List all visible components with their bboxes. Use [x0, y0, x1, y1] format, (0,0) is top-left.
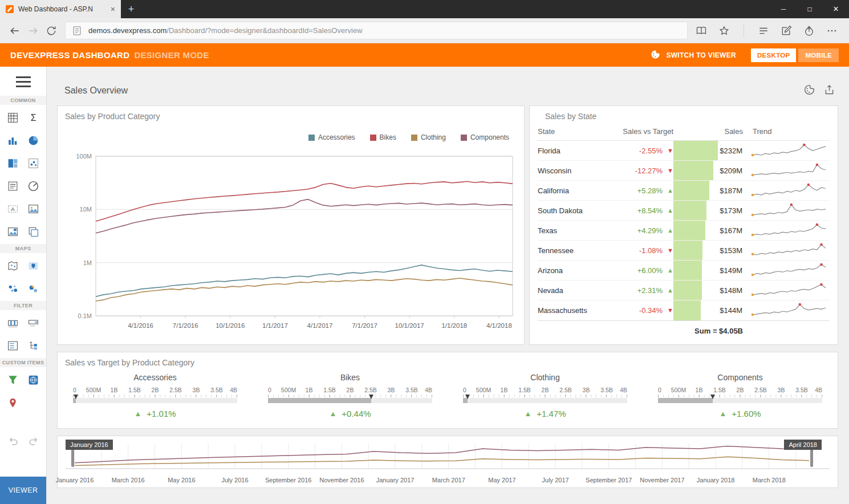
delta-value: +6.00%	[637, 266, 663, 275]
toolbox-item-bubble-map-icon[interactable]	[2, 277, 23, 300]
window-controls: ─ □ ×	[770, 0, 849, 18]
state-row-nevada[interactable]: Nevada+2.31%▲$148M	[538, 281, 830, 300]
favorites-star-button[interactable]	[715, 22, 733, 40]
sales-bar	[673, 221, 705, 240]
gauge-scale-label: 1B	[111, 387, 118, 393]
trend-cell	[743, 202, 830, 220]
trend-cell	[743, 262, 830, 279]
share-button[interactable]	[800, 22, 818, 40]
toolbox-item-pivot-grid-icon[interactable]	[2, 106, 23, 129]
web-note-button[interactable]	[777, 22, 795, 40]
toolbox-item-pie-map-icon[interactable]	[23, 277, 44, 300]
minimize-button[interactable]: ─	[770, 0, 797, 18]
state-row-arizona[interactable]: Arizona+6.00%▲$149M	[538, 261, 830, 281]
down-triangle-icon: ▼	[667, 307, 673, 314]
export-button[interactable]	[823, 84, 835, 98]
sales-value: $148M	[720, 286, 743, 295]
hub-button[interactable]	[754, 22, 773, 40]
color-scheme-button[interactable]	[803, 84, 815, 98]
column-sales-vs-target: Sales vs Target	[612, 127, 673, 136]
viewer-button[interactable]: VIEWER	[0, 477, 46, 504]
back-button[interactable]	[6, 22, 24, 40]
toolbox-section-maps: MAPS	[0, 244, 46, 253]
state-row-texas[interactable]: Texas+4.29%▲$167M	[538, 221, 830, 241]
toolbox-item-bound-image-icon[interactable]	[2, 220, 23, 243]
svg-text:4/1/2018: 4/1/2018	[486, 322, 512, 329]
toolbox-item-text-box-icon[interactable]	[2, 174, 23, 197]
desktop-button[interactable]: DESKTOP	[751, 48, 796, 62]
toolbox-item-combobox-icon[interactable]	[23, 311, 44, 334]
gauge-title: Components	[658, 373, 822, 382]
address-bar[interactable]: demos.devexpress.com/Dashboard/?mode=des…	[65, 22, 688, 39]
toolbox-item-geo-point-map-icon[interactable]	[23, 254, 44, 277]
panel-title: Sales vs Target by Product Category	[58, 352, 838, 367]
toolbox-item-range-filter-icon[interactable]	[2, 311, 23, 334]
svg-text:4/1/2016: 4/1/2016	[128, 322, 153, 329]
tab-close-icon[interactable]: ×	[108, 5, 117, 14]
toolbox-item-bar-chart-icon[interactable]	[2, 129, 23, 152]
menu-icon[interactable]	[16, 76, 31, 87]
toolbox-item-image-icon[interactable]	[23, 197, 44, 220]
toolbox-item-sum-grid-icon[interactable]: Σ	[23, 106, 44, 129]
sales-vs-target-panel[interactable]: Sales vs Target by Product Category Acce…	[57, 352, 838, 429]
sales-by-category-panel[interactable]: Sales by Product Category AccessoriesBik…	[57, 105, 525, 345]
toolbox-item-card-icon[interactable]	[23, 220, 44, 243]
close-button[interactable]: ×	[823, 0, 849, 18]
new-tab-button[interactable]: +	[121, 0, 141, 18]
forward-button[interactable]	[24, 22, 42, 40]
toolbox-item-gauge-icon[interactable]	[23, 174, 44, 197]
state-row-tennessee[interactable]: Tennessee-1.08%▼$153M	[538, 241, 830, 261]
browser-tab[interactable]: Web Dashboard - ASP.N ×	[0, 0, 121, 18]
toolbox-item-map-pin-icon[interactable]	[2, 391, 23, 414]
gauge-scale-label: 3.5B	[210, 387, 223, 393]
switch-to-viewer-button[interactable]: SWITCH TO VIEWER	[650, 49, 736, 62]
range-selector-panel[interactable]: January 2016 April 2018 January 2016Marc…	[57, 436, 838, 488]
toolbox-item-treemap-icon[interactable]	[2, 152, 23, 174]
mobile-button[interactable]: MOBILE	[798, 48, 839, 62]
redo-button[interactable]	[27, 436, 39, 449]
gauge-scale-label: 0	[73, 387, 76, 393]
gauge-clothing[interactable]: Clothing0500M1B1.5B2B2.5B3B3.5B4B▲+1.47%	[448, 373, 643, 418]
up-triangle-icon: ▲	[667, 227, 673, 234]
brand-title: DEVEXPRESS DASHBOARD	[10, 50, 129, 60]
sales-by-state-panel[interactable]: Sales by State State Sales vs Target Sal…	[529, 105, 838, 345]
more-button[interactable]	[823, 22, 841, 40]
gauge-accessories[interactable]: Accessories0500M1B1.5B2B2.5B3B3.5B4B▲+1.…	[58, 373, 253, 418]
range-axis-label: May 2017	[488, 477, 515, 483]
state-table-body: Florida-2.55%▼$232MWisconsin-12.27%▼$209…	[538, 141, 830, 320]
state-row-california[interactable]: California+5.28%▲$187M	[538, 181, 830, 201]
sales-value: $209M	[720, 166, 743, 175]
state-row-south-dakota[interactable]: South Dakota+8.54%▲$173M	[538, 201, 830, 221]
state-row-florida[interactable]: Florida-2.55%▼$232M	[538, 141, 830, 161]
dashboard-tools	[803, 84, 835, 98]
state-row-massachusetts[interactable]: Massachusetts-0.34%▼$144M	[538, 300, 830, 320]
trend-cell	[743, 282, 830, 299]
state-name: Texas	[538, 226, 612, 235]
dashboard-title: Sales Overview	[64, 86, 128, 96]
toolbox-item-list-box-icon[interactable]	[2, 334, 23, 357]
toolbox-item-text-label-icon[interactable]: A	[2, 197, 23, 220]
toolbox-item-funnel-icon[interactable]	[2, 368, 23, 391]
gauge-marker-icon	[369, 395, 373, 399]
toolbox-item-tree-view-icon[interactable]	[23, 334, 44, 357]
gauge-scale-label: 2B	[347, 387, 354, 393]
gauge-components[interactable]: Components0500M1B1.5B2B2.5B3B3.5B4B▲+1.6…	[643, 373, 838, 418]
state-row-wisconsin[interactable]: Wisconsin-12.27%▼$209M	[538, 161, 830, 181]
toolbox-item-online-map-icon[interactable]	[23, 368, 44, 391]
undo-button[interactable]	[8, 436, 19, 449]
range-axis-label: January 2017	[376, 477, 415, 483]
gauge-bar	[268, 398, 432, 403]
gauge-bikes[interactable]: Bikes0500M1B1.5B2B2.5B3B3.5B4B▲+0.44%	[253, 373, 448, 418]
reading-view-button[interactable]	[692, 22, 710, 40]
refresh-button[interactable]	[42, 22, 60, 40]
toolbox-item-choropleth-map-icon[interactable]	[2, 254, 23, 277]
toolbox-section-common: COMMON	[0, 96, 46, 105]
gauge-fill	[658, 398, 713, 403]
maximize-button[interactable]: □	[797, 0, 823, 18]
svg-text:10M: 10M	[80, 206, 92, 213]
range-chart[interactable]	[64, 440, 831, 473]
toolbox-item-pie-chart-icon[interactable]	[23, 129, 44, 152]
delta-value: -12.27%	[635, 166, 663, 175]
range-axis-label: March 2018	[753, 477, 786, 483]
toolbox-item-scatter-chart-icon[interactable]	[23, 152, 44, 174]
